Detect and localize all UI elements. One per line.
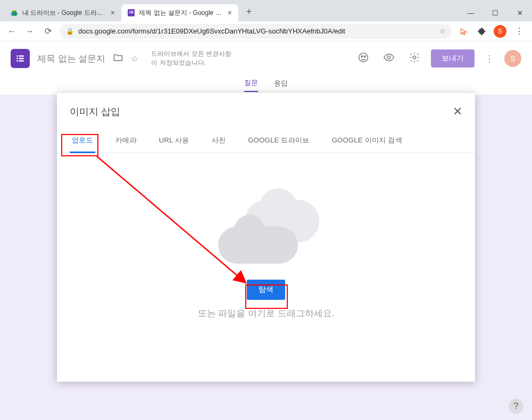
send-button[interactable]: 보내기: [431, 49, 475, 68]
settings-icon[interactable]: [405, 48, 423, 69]
tab-questions[interactable]: 질문: [244, 78, 258, 92]
profile-avatar[interactable]: S: [494, 25, 506, 38]
close-icon[interactable]: ×: [228, 9, 232, 17]
forward-button[interactable]: →: [23, 25, 36, 38]
account-avatar[interactable]: S: [504, 50, 521, 67]
form-tabs: 질문 응답: [0, 75, 532, 95]
svg-rect-10: [16, 58, 18, 60]
dialog-tabs: 업로드 카메라 URL 사용 사진 GOOGLE 드라이브 GOOGLE 이미지…: [57, 126, 475, 153]
dialog-header: 이미지 삽입 ✕: [57, 93, 475, 126]
url-text: docs.google.com/forms/d/1r31E09DXeUg6Svx…: [78, 27, 435, 35]
svg-rect-5: [131, 11, 134, 12]
svg-point-15: [361, 56, 363, 57]
svg-point-14: [359, 53, 368, 62]
browser-titlebar: 내 드라이브 - Google 드라이브 × 제목 없는 설문지 - Googl…: [0, 0, 532, 21]
cloud-icon: [213, 200, 319, 264]
browser-tab-drive[interactable]: 내 드라이브 - Google 드라이브 ×: [4, 4, 121, 21]
browser-tabs: 내 드라이브 - Google 드라이브 × 제목 없는 설문지 - Googl…: [4, 4, 256, 21]
maximize-button[interactable]: ☐: [483, 4, 508, 21]
svg-rect-11: [19, 58, 24, 60]
close-icon[interactable]: ✕: [453, 105, 462, 119]
address-bar: ← → ⟳ 🔒 docs.google.com/forms/d/1r31E09D…: [0, 21, 532, 41]
url-field[interactable]: 🔒 docs.google.com/forms/d/1r31E09DXeUg6S…: [60, 24, 452, 39]
svg-rect-6: [129, 12, 130, 13]
svg-rect-7: [131, 12, 134, 13]
back-button[interactable]: ←: [5, 25, 18, 38]
help-button[interactable]: ?: [509, 399, 523, 414]
tab-title: 제목 없는 설문지 - Google 설문: [139, 9, 223, 18]
tab-camera[interactable]: 카메라: [113, 131, 139, 153]
preview-icon[interactable]: [380, 48, 398, 69]
drag-hint-text: 또는 파일을 여기로 드래그하세요.: [198, 307, 335, 320]
lock-icon: 🔒: [66, 28, 74, 35]
insert-image-dialog: 이미지 삽입 ✕ 업로드 카메라 URL 사용 사진 GOOGLE 드라이브 G…: [57, 93, 475, 382]
dialog-title: 이미지 삽입: [70, 105, 120, 118]
tab-drive[interactable]: GOOGLE 드라이브: [246, 131, 311, 153]
tab-responses[interactable]: 응답: [274, 79, 288, 91]
folder-icon[interactable]: [113, 52, 123, 65]
svg-point-16: [364, 56, 365, 57]
close-icon[interactable]: ×: [111, 9, 115, 17]
save-status: 드라이브에서 모든 변경사항이 저장되었습니다.: [151, 49, 236, 68]
tab-upload[interactable]: 업로드: [70, 131, 95, 153]
form-title[interactable]: 제목 없는 설문지: [37, 53, 105, 65]
forms-icon: [128, 9, 135, 16]
drive-icon: [11, 9, 18, 16]
svg-rect-12: [16, 60, 18, 62]
forms-header: 제목 없는 설문지 ☆ 드라이브에서 모든 변경사항이 저장되었습니다. 보내기…: [0, 41, 532, 75]
browser-menu-icon[interactable]: ⋮: [512, 26, 527, 36]
window-controls: — ☐ ✕: [459, 4, 532, 21]
svg-rect-8: [16, 55, 18, 57]
tab-title: 내 드라이브 - Google 드라이브: [22, 9, 106, 18]
star-icon[interactable]: ☆: [131, 54, 138, 64]
svg-point-17: [387, 56, 390, 59]
new-tab-button[interactable]: +: [242, 4, 256, 19]
browse-button[interactable]: 탐색: [247, 280, 285, 300]
svg-point-18: [413, 56, 416, 59]
close-window-button[interactable]: ✕: [508, 4, 532, 21]
more-icon[interactable]: ⋮: [482, 51, 497, 67]
tab-photos[interactable]: 사진: [210, 131, 228, 153]
minimize-button[interactable]: —: [459, 4, 483, 21]
svg-rect-13: [19, 60, 24, 62]
extensions-icon[interactable]: [476, 25, 488, 38]
theme-icon[interactable]: [354, 48, 372, 69]
svg-rect-9: [19, 55, 24, 57]
bookmark-star-icon[interactable]: ☆: [439, 27, 446, 35]
svg-rect-4: [129, 11, 130, 12]
forms-logo-icon[interactable]: [11, 49, 30, 68]
upload-dropzone[interactable]: 탐색 또는 파일을 여기로 드래그하세요.: [57, 153, 475, 366]
cursor-extension-icon[interactable]: [458, 25, 470, 38]
tab-url[interactable]: URL 사용: [157, 131, 192, 153]
tab-image-search[interactable]: GOOGLE 이미지 검색: [330, 131, 404, 153]
reload-button[interactable]: ⟳: [41, 25, 54, 38]
browser-tab-forms[interactable]: 제목 없는 설문지 - Google 설문 ×: [121, 4, 238, 21]
